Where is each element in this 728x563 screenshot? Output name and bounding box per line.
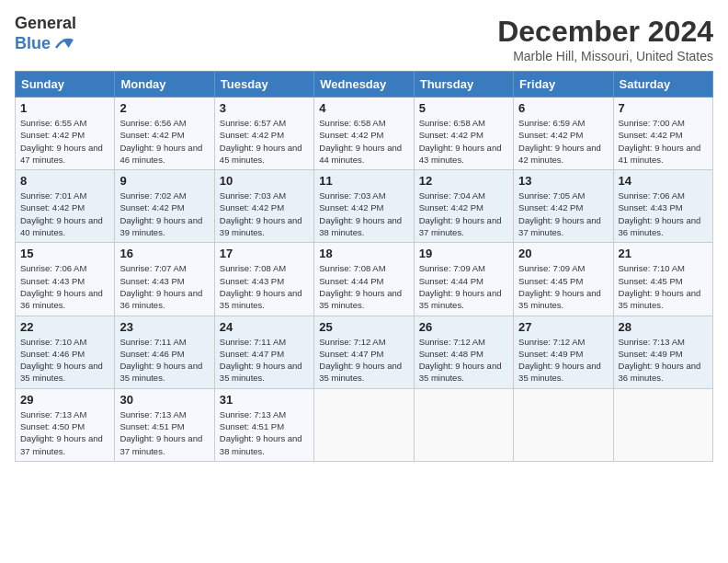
day-number: 6 [518, 101, 608, 115]
calendar-day-cell: 2 Sunrise: 6:56 AM Sunset: 4:42 PM Dayli… [115, 98, 214, 170]
day-number: 5 [419, 101, 508, 115]
calendar-day-cell: 19 Sunrise: 7:09 AM Sunset: 4:44 PM Dayl… [414, 243, 513, 316]
calendar-day-cell: 8 Sunrise: 7:01 AM Sunset: 4:42 PM Dayli… [16, 170, 115, 243]
day-of-week-header: Monday [115, 72, 214, 98]
day-info: Sunrise: 7:05 AM Sunset: 4:42 PM Dayligh… [518, 190, 608, 238]
calendar-day-cell: 14 Sunrise: 7:06 AM Sunset: 4:43 PM Dayl… [613, 170, 712, 243]
day-info: Sunrise: 7:01 AM Sunset: 4:42 PM Dayligh… [20, 190, 109, 238]
day-info: Sunrise: 7:11 AM Sunset: 4:47 PM Dayligh… [220, 336, 309, 385]
calendar-week-row: 29 Sunrise: 7:13 AM Sunset: 4:50 PM Dayl… [16, 388, 713, 461]
day-number: 11 [319, 174, 408, 188]
logo-blue-text: Blue [15, 35, 51, 53]
day-info: Sunrise: 6:57 AM Sunset: 4:42 PM Dayligh… [220, 117, 309, 166]
day-info: Sunrise: 7:03 AM Sunset: 4:42 PM Dayligh… [319, 190, 408, 238]
day-number: 9 [119, 174, 209, 188]
calendar-day-cell: 31 Sunrise: 7:13 AM Sunset: 4:51 PM Dayl… [214, 388, 313, 461]
logo-icon [52, 33, 74, 55]
day-of-week-header: Tuesday [214, 72, 313, 98]
day-number: 4 [319, 101, 408, 115]
title-section: December 2024 Marble Hill, Missouri, Uni… [497, 15, 713, 63]
calendar-day-cell: 27 Sunrise: 7:12 AM Sunset: 4:49 PM Dayl… [514, 316, 613, 388]
day-number: 12 [419, 174, 508, 188]
day-number: 22 [20, 320, 109, 334]
day-number: 10 [220, 174, 309, 188]
day-info: Sunrise: 7:13 AM Sunset: 4:50 PM Dayligh… [20, 408, 109, 457]
day-number: 28 [619, 320, 708, 334]
day-info: Sunrise: 6:58 AM Sunset: 4:42 PM Dayligh… [419, 117, 508, 166]
calendar-day-cell: 29 Sunrise: 7:13 AM Sunset: 4:50 PM Dayl… [16, 388, 115, 461]
calendar-day-cell: 11 Sunrise: 7:03 AM Sunset: 4:42 PM Dayl… [314, 170, 414, 243]
day-number: 25 [319, 320, 408, 334]
day-info: Sunrise: 7:06 AM Sunset: 4:43 PM Dayligh… [619, 190, 708, 238]
calendar-day-cell: 24 Sunrise: 7:11 AM Sunset: 4:47 PM Dayl… [214, 316, 313, 388]
logo: General Blue [15, 15, 76, 55]
day-number: 17 [220, 247, 309, 260]
day-number: 3 [220, 101, 309, 115]
day-info: Sunrise: 7:12 AM Sunset: 4:48 PM Dayligh… [419, 336, 508, 385]
calendar-day-cell [314, 388, 414, 461]
day-number: 7 [619, 101, 708, 115]
day-of-week-header: Thursday [414, 72, 513, 98]
day-info: Sunrise: 7:12 AM Sunset: 4:47 PM Dayligh… [319, 336, 408, 385]
day-info: Sunrise: 7:13 AM Sunset: 4:51 PM Dayligh… [119, 408, 209, 457]
calendar-day-cell: 17 Sunrise: 7:08 AM Sunset: 4:43 PM Dayl… [214, 243, 313, 316]
calendar-day-cell: 5 Sunrise: 6:58 AM Sunset: 4:42 PM Dayli… [414, 98, 513, 170]
calendar-day-cell: 1 Sunrise: 6:55 AM Sunset: 4:42 PM Dayli… [16, 98, 115, 170]
day-number: 26 [419, 320, 508, 334]
day-info: Sunrise: 7:00 AM Sunset: 4:42 PM Dayligh… [619, 117, 708, 166]
day-info: Sunrise: 7:13 AM Sunset: 4:51 PM Dayligh… [220, 408, 309, 457]
calendar-week-row: 22 Sunrise: 7:10 AM Sunset: 4:46 PM Dayl… [16, 316, 713, 388]
day-info: Sunrise: 7:10 AM Sunset: 4:46 PM Dayligh… [20, 336, 109, 385]
day-info: Sunrise: 7:08 AM Sunset: 4:43 PM Dayligh… [220, 262, 309, 311]
day-number: 14 [619, 174, 708, 188]
day-number: 16 [119, 247, 209, 260]
day-of-week-header: Friday [514, 72, 613, 98]
day-info: Sunrise: 6:55 AM Sunset: 4:42 PM Dayligh… [20, 117, 109, 166]
calendar-body: 1 Sunrise: 6:55 AM Sunset: 4:42 PM Dayli… [16, 98, 713, 462]
day-info: Sunrise: 7:10 AM Sunset: 4:45 PM Dayligh… [619, 262, 708, 311]
day-number: 15 [20, 247, 109, 260]
calendar-day-cell: 6 Sunrise: 6:59 AM Sunset: 4:42 PM Dayli… [514, 98, 613, 170]
day-number: 2 [119, 101, 209, 115]
day-number: 31 [220, 393, 309, 407]
day-of-week-header: Saturday [613, 72, 712, 98]
day-info: Sunrise: 7:11 AM Sunset: 4:46 PM Dayligh… [119, 336, 209, 385]
day-info: Sunrise: 7:04 AM Sunset: 4:42 PM Dayligh… [419, 190, 508, 238]
calendar-day-cell: 21 Sunrise: 7:10 AM Sunset: 4:45 PM Dayl… [613, 243, 712, 316]
day-info: Sunrise: 7:02 AM Sunset: 4:42 PM Dayligh… [119, 190, 209, 238]
day-number: 20 [518, 247, 608, 260]
day-info: Sunrise: 7:06 AM Sunset: 4:43 PM Dayligh… [20, 262, 109, 311]
calendar-day-cell: 10 Sunrise: 7:03 AM Sunset: 4:42 PM Dayl… [214, 170, 313, 243]
month-title: December 2024 [497, 15, 713, 49]
calendar-week-row: 8 Sunrise: 7:01 AM Sunset: 4:42 PM Dayli… [16, 170, 713, 243]
calendar-day-cell [613, 388, 712, 461]
day-number: 30 [119, 393, 209, 407]
day-info: Sunrise: 7:08 AM Sunset: 4:44 PM Dayligh… [319, 262, 408, 311]
day-number: 8 [20, 174, 109, 188]
day-info: Sunrise: 6:56 AM Sunset: 4:42 PM Dayligh… [119, 117, 209, 166]
calendar-day-cell: 7 Sunrise: 7:00 AM Sunset: 4:42 PM Dayli… [613, 98, 712, 170]
calendar-day-cell: 15 Sunrise: 7:06 AM Sunset: 4:43 PM Dayl… [16, 243, 115, 316]
day-number: 13 [518, 174, 608, 188]
day-info: Sunrise: 7:03 AM Sunset: 4:42 PM Dayligh… [220, 190, 309, 238]
page-header: General Blue December 2024 Marble Hill, … [15, 15, 713, 63]
calendar-week-row: 15 Sunrise: 7:06 AM Sunset: 4:43 PM Dayl… [16, 243, 713, 316]
day-info: Sunrise: 7:07 AM Sunset: 4:43 PM Dayligh… [119, 262, 209, 311]
day-number: 21 [619, 247, 708, 260]
calendar-day-cell: 26 Sunrise: 7:12 AM Sunset: 4:48 PM Dayl… [414, 316, 513, 388]
day-number: 23 [119, 320, 209, 334]
day-number: 19 [419, 247, 508, 260]
logo-general-text: General [15, 15, 76, 33]
calendar-header-row: SundayMondayTuesdayWednesdayThursdayFrid… [16, 72, 713, 98]
calendar-day-cell: 22 Sunrise: 7:10 AM Sunset: 4:46 PM Dayl… [16, 316, 115, 388]
day-info: Sunrise: 7:13 AM Sunset: 4:49 PM Dayligh… [619, 336, 708, 385]
calendar-week-row: 1 Sunrise: 6:55 AM Sunset: 4:42 PM Dayli… [16, 98, 713, 170]
day-number: 27 [518, 320, 608, 334]
day-info: Sunrise: 6:58 AM Sunset: 4:42 PM Dayligh… [319, 117, 408, 166]
day-number: 29 [20, 393, 109, 407]
calendar-day-cell: 12 Sunrise: 7:04 AM Sunset: 4:42 PM Dayl… [414, 170, 513, 243]
calendar-day-cell: 4 Sunrise: 6:58 AM Sunset: 4:42 PM Dayli… [314, 98, 414, 170]
calendar-day-cell: 30 Sunrise: 7:13 AM Sunset: 4:51 PM Dayl… [115, 388, 214, 461]
day-info: Sunrise: 7:09 AM Sunset: 4:45 PM Dayligh… [518, 262, 608, 311]
day-number: 1 [20, 101, 109, 115]
